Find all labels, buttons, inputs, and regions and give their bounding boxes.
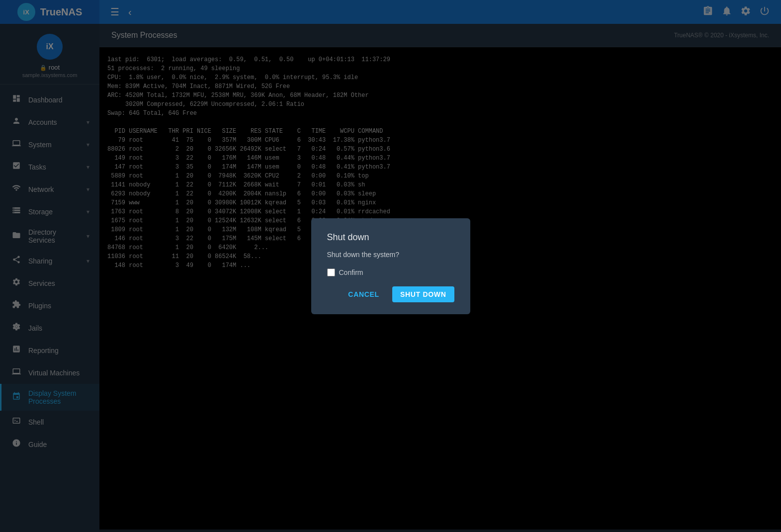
modal-actions: CANCEL SHUT DOWN: [327, 286, 454, 302]
confirm-checkbox[interactable]: [327, 268, 335, 276]
modal-title: Shut down: [327, 232, 454, 243]
modal-body: Shut down the system?: [327, 251, 454, 259]
confirm-label[interactable]: Confirm: [339, 268, 363, 276]
shutdown-modal: Shut down Shut down the system? Confirm …: [311, 218, 470, 314]
confirm-row: Confirm: [327, 268, 454, 276]
cancel-button[interactable]: CANCEL: [340, 286, 387, 302]
modal-overlay: Shut down Shut down the system? Confirm …: [0, 0, 781, 532]
shutdown-button[interactable]: SHUT DOWN: [392, 286, 454, 302]
